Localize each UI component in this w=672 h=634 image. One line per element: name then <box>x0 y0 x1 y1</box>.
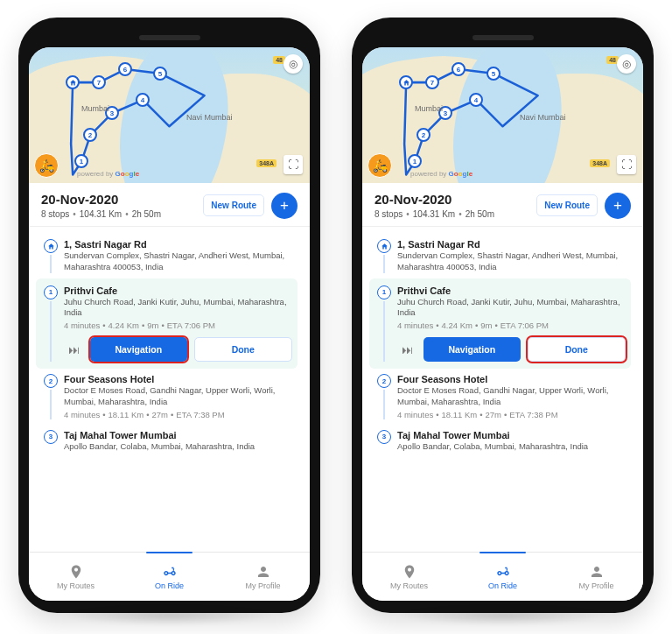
map-pin-6[interactable]: 6 <box>118 62 132 76</box>
stop-address: Apollo Bandar, Colaba, Mumbai, Maharasht… <box>397 441 631 453</box>
stop-address: Sundervan Complex, Shastri Nagar, Andher… <box>397 250 631 273</box>
map-attribution: powered by Google <box>77 170 139 178</box>
stop-marker-icon: 1 <box>44 285 58 299</box>
done-button[interactable]: Done <box>194 337 293 362</box>
stop-title: Taj Mahal Tower Mumbai <box>64 430 298 440</box>
stop-item[interactable]: 3 Taj Mahal Tower Mumbai Apollo Bandar, … <box>374 425 631 458</box>
stop-title: Taj Mahal Tower Mumbai <box>397 430 631 440</box>
stop-address: Doctor E Moses Road, Gandhi Nagar, Upper… <box>397 385 631 408</box>
navigation-button[interactable]: Navigation <box>424 337 521 362</box>
stop-eta: 4 minutes4.24 Km9mETA 7:06 PM <box>64 321 292 330</box>
stop-marker-icon: 1 <box>377 285 391 299</box>
map-view[interactable]: 7654321 Mumbai Navi Mumbai 48 348A 🛵 pow… <box>362 47 643 183</box>
stop-eta: 4 minutes18.11 Km27mETA 7:38 PM <box>397 410 631 419</box>
phone-frame: 7654321 Mumbai Navi Mumbai 48 348A 🛵 pow… <box>18 18 320 613</box>
stop-title: Four Seasons Hotel <box>397 374 631 384</box>
map-view[interactable]: 7654321 Mumbai Navi Mumbai 48 348A 🛵 pow… <box>29 47 310 183</box>
stop-marker-icon: 2 <box>44 374 58 388</box>
stop-address: Sundervan Complex, Shastri Nagar, Andher… <box>64 250 298 273</box>
nav-on-ride[interactable]: On Ride <box>122 553 216 601</box>
stop-item[interactable]: 1 Prithvi Cafe Juhu Church Road, Janki K… <box>36 278 298 370</box>
bottom-nav: My Routes On Ride My Profile <box>29 552 310 601</box>
map-pin-1[interactable]: 1 <box>74 154 88 168</box>
map-label-navi: Navi Mumbai <box>186 113 233 122</box>
route-meta: 8 stops104.31 Km2h 50m <box>41 209 203 219</box>
skip-icon[interactable]: ⏭ <box>397 338 416 361</box>
map-pin-5[interactable]: 5 <box>153 67 167 81</box>
route-header: 20-Nov-2020 8 stops104.31 Km2h 50m New R… <box>362 183 643 227</box>
stop-marker-icon <box>377 239 391 253</box>
stop-item[interactable]: 2 Four Seasons Hotel Doctor E Moses Road… <box>41 369 298 425</box>
map-pin-7[interactable]: 7 <box>92 75 106 89</box>
stops-list: 1, Sastri Nagar Rd Sundervan Complex, Sh… <box>362 227 643 552</box>
stop-marker-icon <box>44 239 58 253</box>
add-button[interactable]: + <box>605 193 631 219</box>
route-header: 20-Nov-2020 8 stops104.31 Km2h 50m New R… <box>29 183 310 227</box>
map-pin-2[interactable]: 2 <box>83 128 97 142</box>
stop-item[interactable]: 1, Sastri Nagar Rd Sundervan Complex, Sh… <box>374 234 631 278</box>
add-button[interactable]: + <box>271 193 298 219</box>
phone-frame: 7654321 Mumbai Navi Mumbai 48 348A 🛵 pow… <box>352 18 654 613</box>
stop-title: Four Seasons Hotel <box>64 374 298 384</box>
stop-eta: 4 minutes4.24 Km9mETA 7:06 PM <box>397 321 626 330</box>
map-pin-6[interactable]: 6 <box>452 62 466 76</box>
map-label-mumbai: Mumbai <box>81 104 109 113</box>
nav-my-profile[interactable]: My Profile <box>550 553 643 601</box>
stop-marker-icon: 3 <box>44 430 58 444</box>
app-screen: 7654321 Mumbai Navi Mumbai 48 348A 🛵 pow… <box>29 47 310 601</box>
route-date: 20-Nov-2020 <box>374 192 536 207</box>
map-pin-7[interactable]: 7 <box>425 75 439 89</box>
navigation-button[interactable]: Navigation <box>90 337 187 362</box>
map-pin-4[interactable]: 4 <box>469 93 483 107</box>
skip-icon[interactable]: ⏭ <box>64 338 83 361</box>
map-attribution: powered by Google <box>410 170 472 178</box>
map-pin-home[interactable] <box>66 75 80 89</box>
stop-title: 1, Sastri Nagar Rd <box>64 239 298 250</box>
stop-marker-icon: 3 <box>377 430 391 444</box>
stop-item[interactable]: 1 Prithvi Cafe Juhu Church Road, Janki K… <box>369 278 631 370</box>
done-button[interactable]: Done <box>528 337 626 362</box>
road-shield: 348A <box>590 159 610 167</box>
stop-address: Juhu Church Road, Janki Kutir, Juhu, Mum… <box>64 297 292 320</box>
stop-address: Apollo Bandar, Colaba, Mumbai, Maharasht… <box>64 441 298 453</box>
map-pin-1[interactable]: 1 <box>408 154 422 168</box>
stops-list: 1, Sastri Nagar Rd Sundervan Complex, Sh… <box>29 227 310 552</box>
avatar-badge[interactable]: 🛵 <box>368 153 392 178</box>
route-date: 20-Nov-2020 <box>41 192 203 207</box>
map-pin-2[interactable]: 2 <box>416 128 430 142</box>
stop-item[interactable]: 1, Sastri Nagar Rd Sundervan Complex, Sh… <box>41 234 298 278</box>
map-label-mumbai: Mumbai <box>415 104 443 113</box>
stop-address: Juhu Church Road, Janki Kutir, Juhu, Mum… <box>397 297 626 320</box>
locate-button[interactable]: ◎ <box>617 54 636 74</box>
route-meta: 8 stops104.31 Km2h 50m <box>374 209 536 219</box>
fullscreen-button[interactable]: ⛶ <box>284 155 303 174</box>
map-pin-5[interactable]: 5 <box>486 67 500 81</box>
nav-my-profile[interactable]: My Profile <box>216 553 310 601</box>
map-pin-home[interactable] <box>399 75 413 89</box>
stop-title: Prithvi Cafe <box>64 285 292 296</box>
bottom-nav: My Routes On Ride My Profile <box>362 552 643 601</box>
stop-marker-icon: 2 <box>377 374 391 388</box>
new-route-button[interactable]: New Route <box>536 194 598 216</box>
app-screen: 7654321 Mumbai Navi Mumbai 48 348A 🛵 pow… <box>362 47 643 601</box>
stop-title: Prithvi Cafe <box>397 285 626 296</box>
nav-my-routes[interactable]: My Routes <box>29 553 122 601</box>
map-label-navi: Navi Mumbai <box>520 113 566 122</box>
nav-on-ride[interactable]: On Ride <box>456 553 550 601</box>
avatar-badge[interactable]: 🛵 <box>34 153 59 178</box>
map-pin-4[interactable]: 4 <box>136 93 150 107</box>
stop-title: 1, Sastri Nagar Rd <box>397 239 631 250</box>
nav-my-routes[interactable]: My Routes <box>362 553 456 601</box>
stop-eta: 4 minutes18.11 Km27mETA 7:38 PM <box>64 410 298 419</box>
new-route-button[interactable]: New Route <box>203 194 264 216</box>
stop-address: Doctor E Moses Road, Gandhi Nagar, Upper… <box>64 385 298 408</box>
fullscreen-button[interactable]: ⛶ <box>617 155 636 174</box>
stop-item[interactable]: 2 Four Seasons Hotel Doctor E Moses Road… <box>374 369 631 425</box>
locate-button[interactable]: ◎ <box>284 54 303 74</box>
stop-item[interactable]: 3 Taj Mahal Tower Mumbai Apollo Bandar, … <box>41 425 298 458</box>
road-shield: 348A <box>256 159 276 167</box>
